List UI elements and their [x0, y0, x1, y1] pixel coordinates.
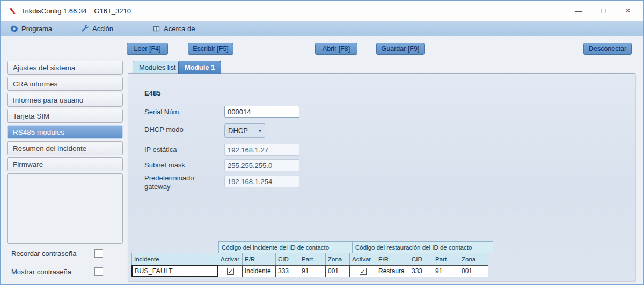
menu-acerca-de-label: Acerca de — [164, 25, 195, 33]
app-window: TrikdisConfig 1.66.34G16T_3210 — □ × Pro… — [0, 0, 644, 285]
event-activar-checkbox[interactable]: ✓ — [227, 268, 234, 275]
gateway-label: Predeterminado gateway — [144, 174, 215, 191]
device-name: G16T_3210 — [94, 7, 131, 15]
save-button[interactable]: Guardar [F9] — [376, 43, 425, 55]
cell-event-part[interactable]: 91 — [299, 265, 326, 277]
col-er-1: E/R — [242, 253, 276, 266]
col-zona-1: Zona — [325, 253, 350, 266]
subnet-mask-input — [224, 159, 299, 171]
cell-restore-cid[interactable]: 333 — [409, 265, 433, 277]
cell-restore-activar: ✓ — [349, 265, 376, 277]
cell-event-er[interactable]: Incidente — [242, 265, 276, 277]
minimize-icon[interactable]: — — [566, 1, 591, 21]
sidebar-item-rs485-modules[interactable]: RS485 modules — [7, 125, 123, 139]
group-header-spacer — [131, 241, 218, 253]
restore-activar-checkbox[interactable]: ✓ — [360, 268, 367, 275]
col-part-2: Part. — [433, 253, 459, 266]
book-icon — [152, 25, 160, 33]
table-group-header-row: Código del incidente del ID de contacto … — [131, 241, 493, 253]
tab-modules-list[interactable]: Modules list — [133, 61, 182, 74]
wrench-icon — [81, 25, 89, 33]
serial-num-input[interactable] — [224, 106, 299, 118]
menu-accion-label: Acción — [92, 25, 113, 33]
disconnect-button[interactable]: Desconectar — [583, 43, 632, 55]
sidebar-item-resumen-del-incidente[interactable]: Resumen del incidente — [7, 141, 123, 155]
open-button[interactable]: Abrir [F8] — [315, 43, 357, 55]
cell-restore-part[interactable]: 91 — [433, 265, 459, 277]
write-button[interactable]: Escribir [F5] — [188, 43, 233, 55]
check-icon: ✓ — [228, 268, 233, 275]
dhcp-modo-value: DHCP — [228, 127, 248, 135]
group-header-incident: Código del incidente del ID de contacto — [218, 241, 353, 253]
col-activar-1: Activar — [218, 253, 243, 266]
read-button[interactable]: Leer [F4] — [127, 43, 168, 55]
col-part-1: Part. — [299, 253, 326, 266]
table-header-row: Incidente Activar E/R CID Part. Zona Act… — [131, 253, 493, 266]
cell-restore-er[interactable]: Restaura — [376, 265, 409, 277]
incident-codes-table: Código del incidente del ID de contacto … — [131, 241, 493, 277]
app-title: TrikdisConfig 1.66.34 — [21, 7, 86, 15]
gear-icon — [10, 25, 18, 33]
remember-password-checkbox[interactable] — [94, 249, 103, 258]
menu-programa[interactable]: Programa — [10, 21, 52, 36]
show-password-label: Mostrar contraseña — [11, 268, 71, 276]
remember-password-label: Recordar contraseña — [11, 250, 76, 258]
show-password-row: Mostrar contraseña — [11, 267, 119, 276]
show-password-checkbox[interactable] — [94, 267, 103, 276]
sidebar-item-ajustes-del-sistema[interactable]: Ajustes del sistema — [7, 61, 123, 75]
menu-bar: Programa Acción Acerca de — [1, 21, 643, 36]
dhcp-modo-select[interactable]: DHCP ▾ — [224, 123, 265, 138]
tab-module-1[interactable]: Module 1 — [178, 61, 221, 74]
sidebar-empty-panel — [7, 173, 123, 244]
gateway-input — [224, 176, 299, 187]
group-header-restore: Código del restauración del ID de contac… — [352, 241, 493, 253]
col-activar-2: Activar — [349, 253, 376, 266]
chevron-down-icon: ▾ — [259, 128, 261, 134]
sidebar-item-firmware[interactable]: Firmware — [7, 157, 123, 171]
check-icon: ✓ — [360, 268, 365, 275]
subnet-mask-label: Subnet mask — [144, 161, 215, 170]
close-icon[interactable]: × — [616, 1, 640, 21]
col-er-2: E/R — [376, 253, 409, 266]
remember-password-row: Recordar contraseña — [11, 249, 119, 258]
cell-event-activar: ✓ — [218, 265, 243, 277]
cell-restore-zona[interactable]: 001 — [459, 265, 488, 277]
col-incidente: Incidente — [131, 253, 218, 266]
sidebar-item-tarjeta-sim[interactable]: Tarjeta SIM — [7, 109, 123, 123]
table-row: BUS_FAULT ✓ Incidente 333 91 001 ✓ Resta… — [131, 266, 493, 277]
window-title: TrikdisConfig 1.66.34G16T_3210 — [21, 7, 131, 15]
menu-acerca-de[interactable]: Acerca de — [152, 21, 195, 36]
cell-event-cid[interactable]: 333 — [275, 265, 299, 277]
col-cid-1: CID — [275, 253, 299, 266]
window-controls: — □ × — [566, 1, 640, 21]
dhcp-modo-label: DHCP modo — [144, 126, 215, 134]
serial-num-label: Serial Núm. — [144, 108, 215, 116]
col-zona-2: Zona — [459, 253, 488, 266]
menu-programa-label: Programa — [21, 25, 52, 33]
menu-accion[interactable]: Acción — [81, 21, 113, 36]
cell-event-zona[interactable]: 001 — [325, 265, 350, 277]
title-bar: TrikdisConfig 1.66.34G16T_3210 — □ × — [1, 1, 643, 21]
ip-estatica-input — [224, 144, 299, 156]
col-cid-2: CID — [409, 253, 433, 266]
cell-incidente[interactable]: BUS_FAULT — [131, 265, 218, 277]
module-type-heading: E485 — [144, 89, 160, 97]
ip-estatica-label: IP estática — [144, 145, 215, 154]
sidebar-item-informes-para-usuario[interactable]: Informes para usuario — [7, 93, 123, 107]
sidebar-item-cra-informes[interactable]: CRA informes — [7, 77, 123, 91]
app-logo-icon — [9, 7, 17, 15]
maximize-icon[interactable]: □ — [591, 1, 616, 21]
